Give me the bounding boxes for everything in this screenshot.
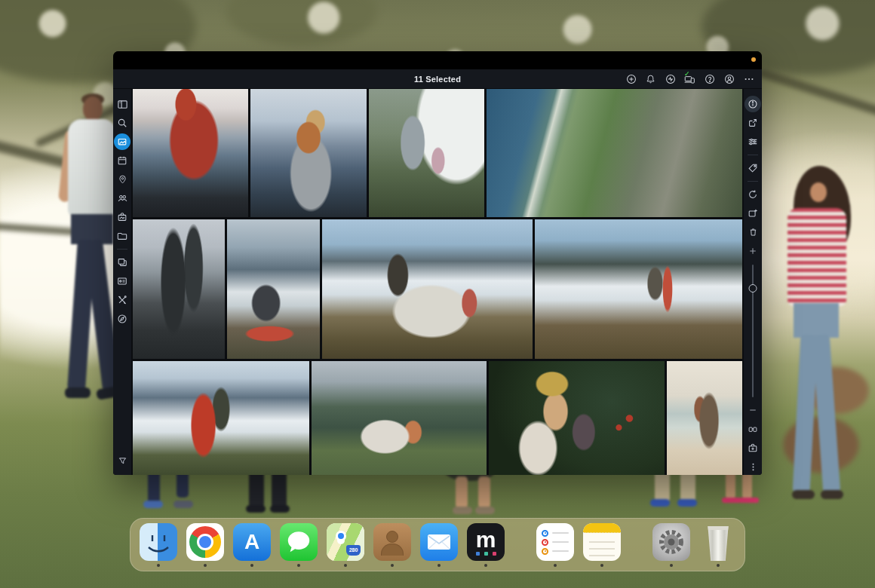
messages-icon [280, 523, 318, 561]
photo-thumbnail[interactable] [133, 89, 248, 217]
slider-knob[interactable] [749, 284, 757, 292]
notes-icon [583, 523, 621, 561]
dock-item-finder[interactable] [140, 523, 177, 567]
photo-thumbnail[interactable] [312, 361, 486, 475]
info-icon[interactable] [745, 96, 761, 112]
thumbnail-size-slider[interactable] [748, 265, 758, 397]
zoom-in-icon[interactable] [745, 243, 761, 259]
running-indicator [204, 564, 207, 567]
more-options-icon[interactable] [745, 458, 761, 475]
photo-thumbnail[interactable] [369, 89, 484, 217]
photo-thumbnail[interactable] [133, 361, 309, 475]
notifications-bell-icon[interactable] [645, 73, 656, 84]
albums-stack-icon[interactable] [114, 254, 130, 271]
dock-item-trash[interactable] [699, 523, 737, 567]
photos-view-icon[interactable] [114, 133, 130, 150]
settings-gear-icon [652, 523, 690, 561]
media-tray-icon[interactable] [114, 209, 130, 225]
photo-thumbnail[interactable] [667, 361, 742, 475]
dock-item-chrome[interactable] [186, 523, 224, 567]
grid-row [133, 89, 742, 217]
photo-thumbnail[interactable] [487, 89, 742, 217]
devices-check-badge: ✓ [684, 70, 690, 78]
window-titlebar[interactable] [113, 51, 762, 69]
running-indicator [344, 564, 347, 567]
running-indicator [157, 564, 160, 567]
grid-row [133, 361, 742, 475]
dock-item-reminders[interactable] [536, 523, 574, 567]
zoom-out-icon[interactable] [745, 402, 761, 418]
compare-view-icon[interactable] [745, 421, 761, 437]
mylio-icon: m [467, 523, 505, 561]
add-to-album-icon[interactable] [745, 205, 761, 222]
calendar-icon[interactable] [114, 152, 130, 169]
folder-icon[interactable] [114, 228, 130, 244]
reminders-icon [536, 523, 574, 561]
photo-thumbnail[interactable] [227, 219, 321, 359]
devices-synced-icon[interactable]: ✓ [684, 73, 695, 84]
account-icon[interactable] [723, 73, 735, 84]
grid-row [133, 219, 742, 359]
trash-icon [699, 523, 737, 561]
dock-item-messages[interactable] [280, 523, 318, 567]
app-store-icon: A [233, 523, 271, 561]
mail-icon [420, 523, 458, 561]
adjustments-icon[interactable] [745, 133, 761, 150]
tools-icon[interactable] [114, 292, 130, 308]
photo-thumbnail[interactable] [489, 361, 665, 475]
finder-icon [140, 523, 177, 561]
people-icon[interactable] [114, 190, 130, 207]
delete-trash-icon[interactable] [745, 224, 761, 240]
dock-item-settings[interactable] [652, 523, 690, 567]
macos-dock: A 280 m [130, 518, 745, 571]
maps-pin [336, 531, 346, 541]
contacts-icon [373, 523, 411, 561]
running-indicator [484, 564, 487, 567]
dashboard-compass-icon[interactable] [114, 311, 130, 327]
photo-grid [131, 89, 744, 475]
toolbar-actions: ✓ [625, 73, 762, 84]
filter-icon[interactable] [114, 452, 130, 469]
running-indicator [391, 564, 394, 567]
app-toolbar: 11 Selected ✓ [113, 69, 762, 89]
sidebar-divider [748, 155, 758, 155]
dock-item-mail[interactable] [420, 523, 458, 567]
running-indicator [250, 564, 253, 567]
dock-item-maps[interactable]: 280 [327, 523, 364, 567]
sync-status-dot [751, 57, 756, 62]
help-icon[interactable] [704, 73, 715, 84]
sidebar-divider [117, 249, 127, 250]
photo-thumbnail[interactable] [535, 219, 742, 359]
dock-item-contacts[interactable] [373, 523, 411, 567]
map-pin-icon[interactable] [114, 171, 130, 188]
photo-thumbnail[interactable] [322, 219, 532, 359]
sidebar-divider [748, 181, 758, 182]
running-indicator [297, 564, 300, 567]
more-ellipsis-icon[interactable] [743, 73, 754, 84]
running-indicator [717, 564, 720, 567]
dock-item-notes[interactable] [583, 523, 621, 567]
search-icon[interactable] [114, 115, 130, 131]
photo-thumbnail[interactable] [250, 89, 367, 217]
maps-highway-badge: 280 [346, 545, 361, 556]
running-indicator [600, 564, 603, 567]
maps-icon: 280 [327, 523, 364, 561]
photo-app-window: 11 Selected ✓ [113, 51, 762, 475]
tag-icon[interactable] [745, 160, 761, 176]
dock-item-mylio[interactable]: m [467, 523, 505, 567]
left-sidebar [113, 89, 131, 475]
import-icon[interactable] [745, 439, 761, 456]
running-indicator [670, 564, 673, 567]
right-sidebar [744, 89, 762, 475]
details-card-icon[interactable] [114, 273, 130, 289]
photo-thumbnail[interactable] [133, 219, 225, 359]
share-icon[interactable] [745, 115, 761, 131]
panel-toggle-icon[interactable] [114, 96, 130, 112]
running-indicator [554, 564, 557, 567]
dock-separator [630, 523, 643, 561]
add-icon[interactable] [625, 73, 637, 84]
dock-item-app-store[interactable]: A [233, 523, 271, 567]
dock-separator [514, 523, 527, 561]
sync-activity-icon[interactable] [665, 73, 676, 84]
rotate-icon[interactable] [745, 186, 761, 203]
